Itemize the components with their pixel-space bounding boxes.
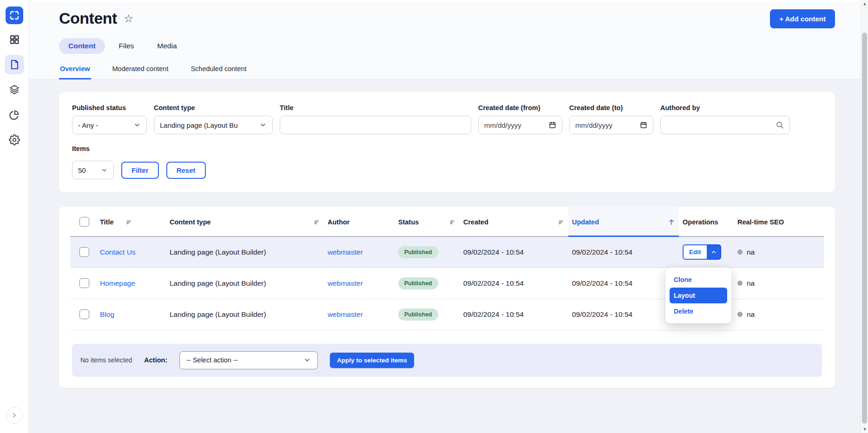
dropdown-item-clone[interactable]: Clone [670, 272, 727, 288]
scrollbar-up-arrow[interactable]: ▲ [861, 0, 868, 7]
author-link[interactable]: webmaster [328, 279, 363, 287]
author-link[interactable]: webmaster [328, 310, 363, 318]
operations-dropdown-menu: Clone Layout Delete [665, 268, 731, 323]
column-header-author[interactable]: Author [324, 207, 395, 236]
action-label: Action: [144, 356, 167, 364]
grid-icon [9, 34, 20, 45]
items-label: Items [72, 145, 820, 152]
sidebar-item-dashboard[interactable] [5, 30, 24, 49]
created-cell: 09/02/2024 - 10:54 [460, 268, 568, 299]
tab-files[interactable]: Files [110, 38, 144, 54]
created-cell: 09/02/2024 - 10:54 [460, 299, 568, 330]
tab-overview[interactable]: Overview [59, 61, 91, 79]
published-status-label: Published status [72, 104, 147, 112]
content-title-link[interactable]: Contact Us [100, 248, 136, 256]
tab-moderated-content[interactable]: Moderated content [112, 61, 170, 79]
updated-cell: 09/02/2024 - 10:54 [568, 299, 679, 330]
apply-to-selected-button[interactable]: Apply to selected items [330, 353, 414, 368]
column-header-created[interactable]: Created [460, 207, 568, 236]
scrollbar-down-arrow[interactable]: ▼ [861, 426, 868, 433]
calendar-icon[interactable] [549, 121, 556, 129]
edit-button[interactable]: Edit [683, 244, 707, 260]
tab-content[interactable]: Content [59, 38, 105, 54]
page-scrollbar[interactable]: ▲ ▼ [861, 0, 868, 433]
row-checkbox[interactable] [79, 278, 89, 288]
chevron-up-icon [710, 249, 717, 256]
chevron-right-icon [11, 412, 18, 419]
add-content-button[interactable]: + Add content [770, 9, 835, 28]
layers-icon [9, 84, 20, 95]
chevron-down-icon [303, 356, 311, 364]
dropdown-item-layout[interactable]: Layout [670, 288, 727, 303]
sidebar-expand-button[interactable] [6, 407, 23, 424]
action-select[interactable]: -- Select action -- [179, 351, 318, 369]
authored-by-label: Authored by [660, 104, 790, 112]
gear-icon [9, 134, 20, 145]
sidebar [0, 0, 29, 433]
column-header-seo: Real-time SEO [734, 207, 824, 236]
column-header-title[interactable]: Title [96, 207, 166, 236]
search-icon [776, 121, 784, 129]
row-checkbox[interactable] [79, 247, 89, 257]
column-header-content-type[interactable]: Content type [166, 207, 324, 236]
title-filter-wrap [280, 116, 471, 134]
status-badge: Published [398, 277, 438, 289]
select-all-checkbox[interactable] [79, 217, 89, 227]
pie-chart-icon [9, 109, 20, 120]
filters-panel: Published status - Any - Content type La… [59, 92, 835, 192]
bookmark-star-icon[interactable]: ☆ [124, 13, 134, 24]
status-badge: Published [398, 246, 438, 258]
operations-dropdown-toggle[interactable] [707, 244, 721, 260]
sort-lines-icon [558, 219, 565, 225]
authored-by-input[interactable] [666, 121, 776, 129]
sidebar-item-content[interactable] [5, 55, 24, 74]
secondary-tabs: Overview Moderated content Scheduled con… [59, 61, 835, 79]
created-to-date-input[interactable]: mm/dd/yyyy [569, 116, 653, 134]
content-type-cell: Landing page (Layout Builder) [166, 268, 324, 299]
app-logo[interactable] [6, 7, 23, 24]
created-from-date-input[interactable]: mm/dd/yyyy [478, 116, 562, 134]
chevron-down-icon [101, 167, 108, 174]
main-content: Content ☆ + Add content Content Files Me… [29, 0, 861, 433]
sidebar-item-layers[interactable] [5, 80, 24, 99]
seo-value: na [747, 310, 755, 319]
tab-media[interactable]: Media [148, 38, 186, 54]
selection-status: No items selected [80, 356, 132, 364]
seo-value: na [747, 279, 755, 288]
sort-lines-icon [449, 219, 456, 225]
content-type-cell: Landing page (Layout Builder) [166, 236, 324, 268]
table-row: Contact Us Landing page (Layout Builder)… [70, 236, 824, 268]
scan-frame-icon [9, 10, 20, 21]
column-header-status[interactable]: Status [395, 207, 460, 236]
filter-button[interactable]: Filter [121, 162, 159, 179]
column-header-updated[interactable]: Updated [568, 207, 679, 236]
operations-split-button: Edit [683, 244, 721, 260]
published-status-select[interactable]: - Any - [72, 116, 147, 134]
scrollbar-thumb[interactable] [862, 33, 867, 424]
title-filter-input[interactable] [286, 121, 465, 129]
sort-ascending-arrow-icon [668, 218, 675, 226]
dropdown-item-delete[interactable]: Delete [670, 303, 727, 319]
updated-cell: 09/02/2024 - 10:54 [568, 268, 679, 299]
content-title-link[interactable]: Homepage [100, 279, 135, 287]
created-cell: 09/02/2024 - 10:54 [460, 236, 568, 268]
reset-button[interactable]: Reset [166, 162, 206, 179]
sort-lines-icon [126, 219, 132, 225]
items-per-page-select[interactable]: 50 [72, 161, 114, 179]
authored-by-wrap [660, 116, 790, 134]
calendar-icon[interactable] [640, 121, 647, 129]
seo-status-dot [737, 281, 743, 286]
page-header: Content ☆ + Add content Content Files Me… [29, 0, 861, 79]
primary-tabs: Content Files Media [59, 38, 835, 54]
row-checkbox[interactable] [79, 309, 89, 319]
content-type-select[interactable]: Landing page (Layout Bu [154, 116, 273, 134]
seo-value: na [747, 248, 755, 256]
author-link[interactable]: webmaster [328, 248, 363, 256]
seo-status-dot [737, 249, 743, 255]
sidebar-item-settings[interactable] [5, 130, 24, 150]
sidebar-item-reports[interactable] [5, 105, 24, 125]
content-title-link[interactable]: Blog [100, 310, 114, 318]
file-icon [9, 59, 20, 70]
sort-lines-icon [314, 219, 320, 225]
tab-scheduled-content[interactable]: Scheduled content [190, 61, 247, 79]
